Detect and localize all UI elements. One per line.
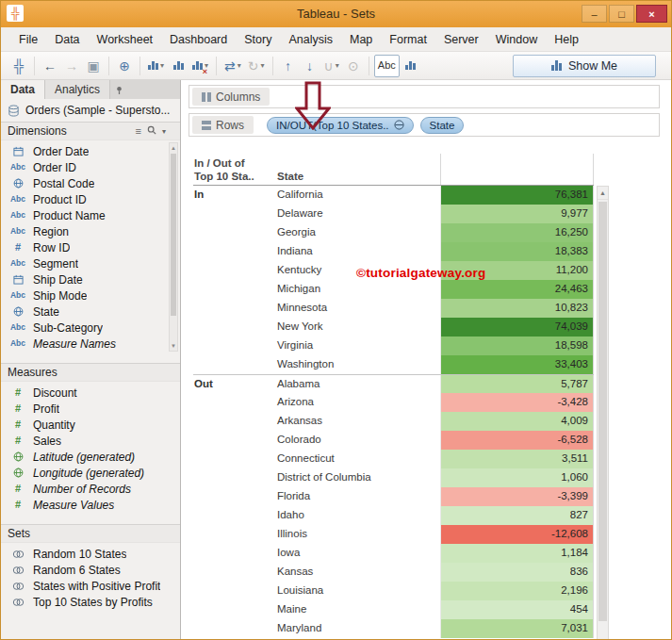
- tab-analytics[interactable]: Analytics: [45, 80, 110, 99]
- group-label-cell[interactable]: [193, 318, 273, 336]
- state-cell[interactable]: Connecticut: [273, 450, 441, 468]
- value-cell[interactable]: 24,463: [441, 280, 594, 299]
- state-cell[interactable]: Kansas: [273, 563, 441, 582]
- state-cell[interactable]: Indiana: [273, 242, 441, 261]
- close-button[interactable]: ×: [636, 5, 667, 23]
- state-cell[interactable]: Illinois: [273, 525, 441, 544]
- state-cell[interactable]: Virginia: [273, 336, 441, 355]
- state-cell[interactable]: District of Columbia: [273, 468, 441, 487]
- scrollbar-thumb[interactable]: [171, 154, 176, 316]
- field-ship-date[interactable]: Ship Date: [1, 271, 180, 287]
- value-cell[interactable]: 1,184: [441, 544, 594, 563]
- state-cell[interactable]: Colorado: [273, 431, 441, 450]
- value-cell[interactable]: 33,403: [441, 355, 594, 374]
- value-cell[interactable]: 3,511: [441, 450, 594, 468]
- dropdown-caret-icon[interactable]: ▾: [336, 61, 339, 70]
- scroll-up-icon[interactable]: ▲: [170, 143, 177, 153]
- columns-shelf-chip[interactable]: Columns: [192, 88, 270, 106]
- state-cell[interactable]: Florida: [273, 487, 441, 506]
- state-cell[interactable]: Maryland: [273, 619, 441, 638]
- swap-axes-button[interactable]: ⇄▾: [221, 55, 244, 77]
- menu-item-window[interactable]: Window: [487, 27, 546, 51]
- pin-icon[interactable]: [110, 80, 123, 99]
- field-region[interactable]: AbcRegion: [1, 223, 180, 239]
- state-cell[interactable]: Washington: [273, 355, 441, 374]
- field-segment[interactable]: AbcSegment: [1, 255, 180, 271]
- group-label-cell[interactable]: [193, 525, 273, 544]
- dropdown-caret-icon[interactable]: ▾: [238, 61, 241, 70]
- rows-shelf[interactable]: Rows IN/OUT(Top 10 States.. State: [188, 113, 660, 137]
- abc-labels-button[interactable]: Abc: [374, 55, 400, 77]
- in-out-column-header[interactable]: In / Out of Top 10 Sta..: [193, 154, 273, 185]
- state-cell[interactable]: Michigan: [273, 280, 441, 299]
- maximize-button[interactable]: □: [609, 5, 634, 23]
- dimensions-scrollbar[interactable]: ▲ ▼: [169, 142, 178, 352]
- field-number-of-records[interactable]: #Number of Records: [1, 481, 180, 497]
- dropdown-caret-icon[interactable]: ▾: [261, 61, 265, 70]
- run-update-button[interactable]: ↻▾: [245, 55, 268, 77]
- group-label-cell[interactable]: [193, 619, 273, 638]
- value-cell[interactable]: 9,977: [441, 205, 594, 223]
- add-datasource-button[interactable]: ⊕: [114, 55, 135, 77]
- group-label-cell[interactable]: [193, 450, 273, 468]
- state-cell[interactable]: Georgia: [273, 223, 441, 242]
- viz-scrollbar[interactable]: ▲: [597, 186, 609, 640]
- tab-data[interactable]: Data: [1, 80, 45, 99]
- field-quantity[interactable]: #Quantity: [1, 417, 180, 433]
- menu-item-worksheet[interactable]: Worksheet: [89, 27, 162, 51]
- menu-item-map[interactable]: Map: [341, 27, 381, 51]
- field-sales[interactable]: #Sales: [1, 433, 180, 449]
- group-label-cell[interactable]: [193, 544, 273, 563]
- list-view-icon[interactable]: ≡: [136, 126, 141, 137]
- fit-chart-button[interactable]: [401, 55, 421, 77]
- datasource-item[interactable]: Orders (Sample - Supersto...: [1, 99, 180, 122]
- redo-button[interactable]: →: [61, 55, 82, 77]
- sort-descending-button[interactable]: ↓: [300, 55, 320, 77]
- menu-item-help[interactable]: Help: [546, 27, 587, 51]
- group-label-cell[interactable]: [193, 336, 273, 355]
- value-cell[interactable]: 18,383: [441, 242, 594, 261]
- scroll-up-icon[interactable]: ▲: [598, 187, 608, 200]
- menu-item-dashboard[interactable]: Dashboard: [161, 27, 236, 51]
- value-cell[interactable]: -3,399: [441, 487, 594, 506]
- field-row-id[interactable]: #Row ID: [1, 239, 180, 255]
- menu-item-story[interactable]: Story: [236, 27, 280, 51]
- field-order-date[interactable]: Order Date: [1, 143, 180, 159]
- group-label-cell[interactable]: [193, 468, 273, 487]
- value-cell[interactable]: 1,060: [441, 468, 594, 487]
- undo-button[interactable]: ←: [40, 55, 60, 77]
- value-cell[interactable]: 827: [441, 506, 594, 525]
- value-cell[interactable]: 76,381: [441, 186, 594, 205]
- field-order-id[interactable]: AbcOrder ID: [1, 159, 180, 175]
- state-cell[interactable]: Alabama: [273, 375, 441, 393]
- state-cell[interactable]: California: [273, 186, 441, 205]
- group-label-cell[interactable]: [193, 355, 273, 374]
- state-cell[interactable]: Louisiana: [273, 582, 441, 600]
- group-label-cell[interactable]: [193, 205, 273, 223]
- state-cell[interactable]: New York: [273, 318, 441, 336]
- state-column-header[interactable]: State: [273, 154, 441, 185]
- state-cell[interactable]: Maine: [273, 600, 441, 619]
- group-label-cell[interactable]: [193, 600, 273, 619]
- field-ship-mode[interactable]: AbcShip Mode: [1, 287, 180, 304]
- rows-shelf-chip[interactable]: Rows: [192, 116, 254, 134]
- group-label-cell[interactable]: [193, 280, 273, 299]
- field-random-10-states[interactable]: Random 10 States: [1, 546, 180, 562]
- group-label-cell[interactable]: [193, 506, 273, 525]
- group-label-cell[interactable]: [193, 431, 273, 450]
- value-cell[interactable]: 4,009: [441, 412, 594, 431]
- dropdown-caret-icon[interactable]: ▾: [160, 61, 164, 70]
- group-label-cell[interactable]: In: [193, 186, 273, 205]
- value-cell[interactable]: 7,031: [441, 619, 594, 638]
- value-cell[interactable]: 2,196: [441, 582, 594, 600]
- new-worksheet-button[interactable]: ▾: [145, 55, 167, 77]
- value-cell[interactable]: 5,787: [441, 375, 594, 393]
- scroll-down-icon[interactable]: ▼: [170, 341, 177, 351]
- menu-item-format[interactable]: Format: [381, 27, 435, 51]
- menu-item-file[interactable]: File: [10, 27, 46, 51]
- value-cell[interactable]: 836: [441, 563, 594, 582]
- group-label-cell[interactable]: [193, 412, 273, 431]
- group-label-cell[interactable]: [193, 242, 273, 261]
- value-cell[interactable]: -12,608: [441, 525, 594, 544]
- state-cell[interactable]: Idaho: [273, 506, 441, 525]
